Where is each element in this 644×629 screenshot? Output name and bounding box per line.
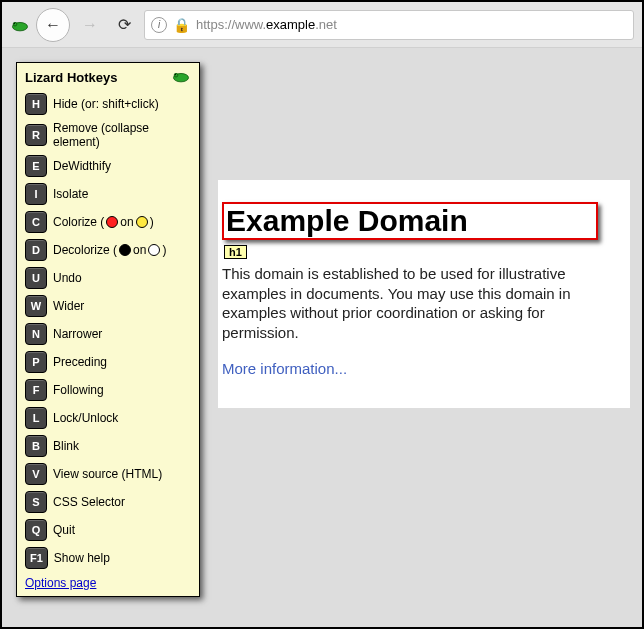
svg-point-5 [175, 74, 176, 75]
panel-title: Lizard Hotkeys [25, 70, 117, 85]
hotkey-key: P [25, 351, 47, 373]
hotkey-key: C [25, 211, 47, 233]
svg-point-1 [13, 22, 17, 26]
hotkey-key: F [25, 379, 47, 401]
hotkey-label: Narrower [53, 327, 102, 341]
hotkey-key: E [25, 155, 47, 177]
hotkey-key: B [25, 435, 47, 457]
hotkey-key: Q [25, 519, 47, 541]
arrow-right-icon: → [82, 16, 98, 34]
hotkey-label: Following [53, 383, 104, 397]
hotkey-key: N [25, 323, 47, 345]
hotkey-key: S [25, 491, 47, 513]
hotkey-label: Colorize ( on ) [53, 215, 154, 229]
hotkey-row-l[interactable]: LLock/Unlock [23, 404, 193, 432]
hotkey-label: DeWidthify [53, 159, 111, 173]
hotkey-row-e[interactable]: EDeWidthify [23, 152, 193, 180]
hotkey-row-f1[interactable]: F1Show help [23, 544, 193, 572]
color-swatch-icon [106, 216, 118, 228]
lock-icon: 🔒 [173, 18, 190, 32]
lizard-hotkeys-panel[interactable]: Lizard Hotkeys HHide (or: shift+click)RR… [16, 62, 200, 597]
hotkey-key: W [25, 295, 47, 317]
hotkey-row-w[interactable]: WWider [23, 292, 193, 320]
page-paragraph: This domain is established to be used fo… [222, 264, 620, 342]
svg-point-4 [174, 73, 178, 77]
svg-point-2 [14, 22, 15, 23]
hotkey-row-b[interactable]: BBlink [23, 432, 193, 460]
hotkey-key: V [25, 463, 47, 485]
hotkey-label: View source (HTML) [53, 467, 162, 481]
hotkey-label: Wider [53, 299, 84, 313]
hotkey-label: Preceding [53, 355, 107, 369]
hotkey-key: H [25, 93, 47, 115]
hotkey-label: Show help [54, 551, 110, 565]
hotkey-row-f[interactable]: FFollowing [23, 376, 193, 404]
hotkey-row-c[interactable]: CColorize ( on ) [23, 208, 193, 236]
hotkey-label: Isolate [53, 187, 88, 201]
lizard-icon [171, 69, 191, 86]
hotkey-key: D [25, 239, 47, 261]
hotkey-key: F1 [25, 547, 48, 569]
more-information-link[interactable]: More information... [222, 360, 347, 377]
hotkey-key: R [25, 124, 47, 146]
browser-toolbar: ← → ⟳ i 🔒 https://www.example.net [2, 2, 642, 48]
color-swatch-icon [148, 244, 160, 256]
options-page-link[interactable]: Options page [23, 572, 98, 592]
forward-button[interactable]: → [76, 11, 104, 39]
hotkey-row-s[interactable]: SCSS Selector [23, 488, 193, 516]
page-heading-selected[interactable]: Example Domain [222, 202, 598, 240]
hotkey-row-r[interactable]: RRemove (collapse element) [23, 118, 193, 152]
reload-button[interactable]: ⟳ [110, 11, 138, 39]
hotkey-label: Quit [53, 523, 75, 537]
hotkey-label: Undo [53, 271, 82, 285]
lizard-extension-icon[interactable] [10, 18, 30, 32]
url-bar[interactable]: i 🔒 https://www.example.net [144, 10, 634, 40]
color-swatch-icon [136, 216, 148, 228]
hotkey-label: Remove (collapse element) [53, 121, 191, 149]
hotkey-row-n[interactable]: NNarrower [23, 320, 193, 348]
hotkey-row-i[interactable]: IIsolate [23, 180, 193, 208]
panel-header: Lizard Hotkeys [23, 69, 193, 90]
color-swatch-icon [119, 244, 131, 256]
hotkey-label: CSS Selector [53, 495, 125, 509]
hotkey-key: U [25, 267, 47, 289]
hotkey-row-q[interactable]: QQuit [23, 516, 193, 544]
page-viewport: Lizard Hotkeys HHide (or: shift+click)RR… [2, 48, 642, 627]
hotkey-key: I [25, 183, 47, 205]
hotkey-label: Decolorize ( on ) [53, 243, 166, 257]
url-text: https://www.example.net [196, 17, 337, 32]
hotkey-label: Blink [53, 439, 79, 453]
selected-element-tag-badge: h1 [224, 245, 247, 259]
hotkey-label: Hide (or: shift+click) [53, 97, 159, 111]
hotkey-list: HHide (or: shift+click)RRemove (collapse… [23, 90, 193, 572]
hotkey-row-p[interactable]: PPreceding [23, 348, 193, 376]
hotkey-row-u[interactable]: UUndo [23, 264, 193, 292]
hotkey-row-d[interactable]: DDecolorize ( on ) [23, 236, 193, 264]
hotkey-label: Lock/Unlock [53, 411, 118, 425]
site-info-icon[interactable]: i [151, 17, 167, 33]
page-content: Example Domain h1 This domain is establi… [218, 180, 630, 408]
arrow-left-icon: ← [45, 16, 61, 34]
hotkey-key: L [25, 407, 47, 429]
reload-icon: ⟳ [118, 15, 131, 34]
hotkey-row-v[interactable]: VView source (HTML) [23, 460, 193, 488]
back-button[interactable]: ← [36, 8, 70, 42]
hotkey-row-h[interactable]: HHide (or: shift+click) [23, 90, 193, 118]
